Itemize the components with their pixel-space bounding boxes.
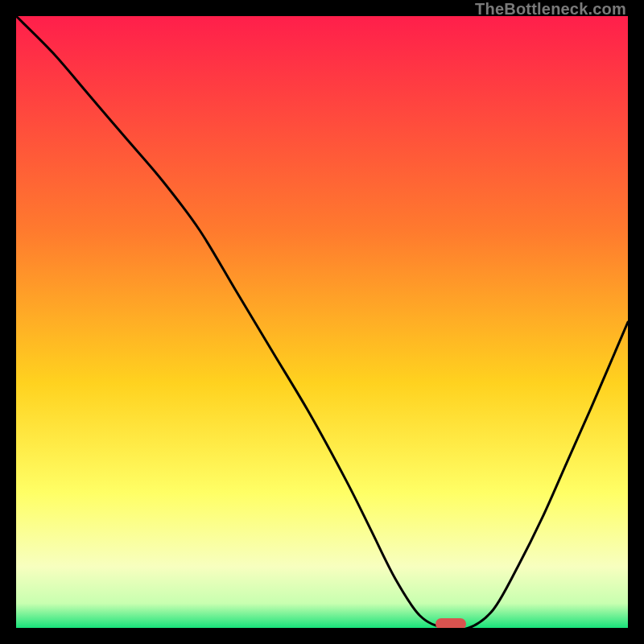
watermark-text: TheBottleneck.com (475, 0, 626, 19)
bottleneck-curve (16, 16, 628, 628)
optimal-marker (436, 618, 466, 628)
chart-frame: TheBottleneck.com (0, 0, 644, 644)
plot-area (16, 16, 628, 628)
